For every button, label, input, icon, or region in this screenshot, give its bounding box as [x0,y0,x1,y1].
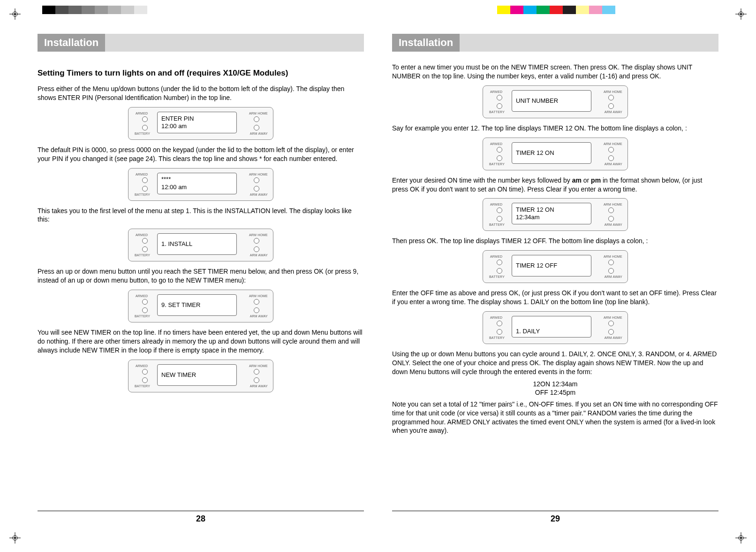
lcd-illustration: ARMED BATTERY ARM HOME ARM AWAY 1. DAILY [392,311,718,344]
led-icon [497,95,502,100]
color-swatch [134,6,147,14]
registration-mark-icon [9,8,21,20]
lcd-illustration: ARMED BATTERY ARM HOME ARM AWAY TIMER 12… [392,250,718,283]
led-icon [142,369,148,375]
lcd-screen: ENTER PIN 12:00 am [157,112,237,133]
section-title: Installation [392,34,460,52]
lcd-illustration: ARMED BATTERY ARM HOME ARM AWAY 1. INSTA… [38,229,364,261]
body-text: You will see NEW TIMER on the top line. … [38,328,364,355]
svg-point-7 [740,13,742,15]
color-swatch [121,6,134,14]
body-text: To enter a new timer you must be on the … [392,63,718,81]
led-icon [608,95,614,100]
color-swatch [510,6,523,14]
page-left: Installation Setting Timers to turn ligh… [38,34,364,524]
lcd-screen: NEW TIMER [157,364,237,386]
led-icon [254,369,259,375]
led-icon [142,125,148,130]
color-swatch [42,6,55,14]
body-text: This takes you to the first level of the… [38,207,364,224]
color-swatch [563,6,576,14]
led-icon [608,147,614,153]
led-icon [142,116,148,122]
led-icon [254,177,259,183]
lcd-label-battery: BATTERY [135,132,150,135]
lcd-illustration: ARMED BATTERY ARM HOME ARM AWAY 9. SET T… [38,290,364,322]
page-right: Installation To enter a new timer you mu… [392,34,718,524]
color-swatch [68,6,82,14]
color-swatch [95,6,108,14]
lcd-screen: TIMER 12 ON [512,142,591,164]
lcd-label-armaway: ARM AWAY [250,132,268,135]
registration-mark-icon [735,8,747,20]
led-icon [608,103,614,109]
body-text: Press either of the Menu up/down buttons… [38,84,364,102]
color-swatch [602,6,615,14]
led-icon [497,155,502,161]
lcd-illustration: ARMED BATTERY ARM HOME ARM AWAY TIMER 12… [392,138,718,170]
color-swatch [82,6,95,14]
example-event-line: 12ON 12:34am [392,380,718,388]
led-icon [608,155,614,161]
color-swatch [589,6,602,14]
body-text: Note you can set a total of 12 "timer pa… [392,400,718,436]
lcd-illustration: ARMED BATTERY ARM HOME ARM AWAY ENTER PI… [38,107,364,140]
svg-point-11 [14,537,16,539]
lcd-screen: UNIT NUMBER [512,90,591,112]
color-swatch [497,6,510,14]
page-rule [392,511,718,511]
section-subtitle: Setting Timers to turn lights on and off… [38,69,364,78]
body-text: The default PIN is 0000, so press 0000 o… [38,146,364,163]
lcd-label-armed: ARMED [136,112,148,115]
page-number: 28 [38,514,364,524]
cmyk-color-bar [497,6,615,14]
lcd-illustration: ARMED BATTERY ARM HOME ARM AWAY **** 12:… [38,168,364,201]
lcd-screen: 9. SET TIMER [157,294,237,316]
registration-mark-icon [9,532,21,544]
lcd-screen: TIMER 12 ON 12:34am [512,203,591,224]
svg-point-3 [14,13,16,15]
lcd-screen: 1. INSTALL [157,233,237,255]
lcd-illustration: ARMED BATTERY ARM HOME ARM AWAY TIMER 12… [392,198,718,231]
lcd-illustration: ARMED BATTERY ARM HOME ARM AWAY NEW TIME… [38,360,364,392]
led-icon [142,177,148,183]
grayscale-color-bar [42,6,160,14]
example-event-line: OFF 12:45pm [392,389,718,396]
led-icon [142,377,148,383]
lcd-label-armhome: ARM HOME [249,112,268,115]
page-rule [38,511,364,511]
svg-point-15 [740,537,742,539]
led-icon [254,116,259,122]
lcd-screen: 1. DAILY [512,316,591,337]
page-number: 29 [392,514,718,524]
color-swatch [576,6,589,14]
color-swatch [108,6,121,14]
color-swatch [537,6,550,14]
led-icon [254,377,259,383]
registration-mark-icon [735,532,747,544]
color-swatch [523,6,537,14]
color-swatch [55,6,68,14]
color-swatch [147,6,160,14]
lcd-illustration: ARMED BATTERY ARM HOME ARM AWAY UNIT NUM… [392,85,718,118]
section-header: Installation [392,34,718,52]
body-text: Enter your desired ON time with the numb… [392,176,718,194]
body-text: Enter the OFF time as above and press OK… [392,289,718,307]
section-title: Installation [38,34,105,52]
body-text: Press an up or down menu button until yo… [38,267,364,285]
body-text: Then press OK. The top line displays TIM… [392,237,718,245]
body-text: Using the up or down Menu buttons you ca… [392,350,718,376]
led-icon [142,186,148,192]
led-icon [254,125,259,130]
lcd-screen: **** 12:00 am [157,173,237,194]
led-icon [254,186,259,192]
color-swatch [550,6,563,14]
section-header: Installation [38,34,364,52]
led-icon [497,147,502,153]
page-spread: Installation Setting Timers to turn ligh… [38,34,718,524]
body-text: Say for example you enter 12. The top li… [392,124,718,133]
led-icon [497,103,502,109]
lcd-screen: TIMER 12 OFF [512,255,591,276]
